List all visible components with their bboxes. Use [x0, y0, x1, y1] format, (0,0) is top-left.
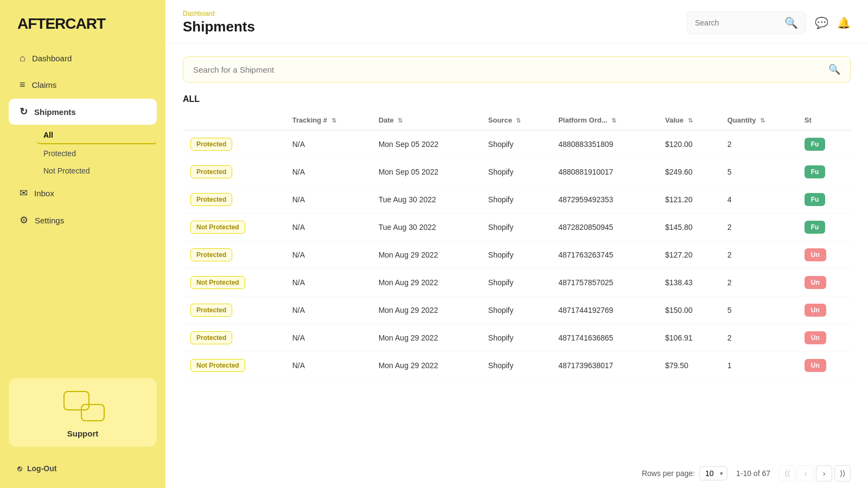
table-row[interactable]: Protected N/A Mon Aug 29 2022 Shopify 48… [183, 297, 851, 324]
table-row[interactable]: Not Protected N/A Mon Aug 29 2022 Shopif… [183, 269, 851, 297]
row-date: Mon Aug 29 2022 [371, 269, 481, 297]
row-status: Un [797, 324, 851, 352]
pagination: Rows per page: 10 25 50 1-10 of 67 ⟨⟨ ‹ … [183, 457, 851, 488]
row-platform-ord: 4871739638017 [551, 352, 658, 380]
sidebar-item-claims[interactable]: ≡ Claims [9, 72, 157, 98]
row-value: $121.20 [658, 186, 720, 214]
row-quantity: 2 [720, 324, 797, 352]
header-search-icon: 🔍 [784, 16, 798, 29]
col-quantity[interactable]: Quantity ⇅ [720, 111, 797, 130]
row-badge: Protected [183, 297, 285, 324]
table-row[interactable]: Protected N/A Mon Sep 05 2022 Shopify 48… [183, 130, 851, 158]
row-value: $120.00 [658, 130, 720, 158]
col-platform-ord[interactable]: Platform Ord... ⇅ [551, 111, 658, 130]
shipments-subnav: All Protected Not Protected [9, 127, 157, 179]
row-status: Fu [797, 130, 851, 158]
sidebar-item-label: Shipments [34, 107, 76, 117]
rows-per-page-label: Rows per page: [642, 469, 695, 478]
shipment-search-icon: 🔍 [828, 63, 840, 75]
logout-icon: ⎋ [17, 464, 22, 473]
rows-per-page: Rows per page: 10 25 50 [642, 466, 727, 480]
row-platform-ord: 4871744192769 [551, 297, 658, 324]
row-status: Un [797, 269, 851, 297]
row-platform-ord: 4872959492353 [551, 186, 658, 214]
row-platform-ord: 4871741636865 [551, 324, 658, 352]
support-label: Support [67, 429, 99, 438]
sidebar: AFTERCART ⌂ Dashboard ≡ Claims ↻ Shipmen… [0, 0, 165, 488]
sidebar-item-label: Settings [35, 216, 64, 225]
row-date: Mon Sep 05 2022 [371, 130, 481, 158]
row-platform-ord: 4872820850945 [551, 214, 658, 241]
sidebar-navigation: ⌂ Dashboard ≡ Claims ↻ Shipments All Pro… [0, 46, 165, 369]
row-status: Fu [797, 158, 851, 186]
header-search-input[interactable] [695, 18, 780, 27]
page-first-button[interactable]: ⟨⟨ [779, 465, 795, 481]
table-row[interactable]: Protected N/A Mon Sep 05 2022 Shopify 48… [183, 158, 851, 186]
table-row[interactable]: Protected N/A Tue Aug 30 2022 Shopify 48… [183, 186, 851, 214]
sidebar-item-settings[interactable]: ⚙ Settings [9, 207, 157, 233]
row-date: Mon Aug 29 2022 [371, 352, 481, 380]
row-platform-ord: 4880883351809 [551, 130, 658, 158]
row-source: Shopify [481, 158, 551, 186]
row-status: Fu [797, 186, 851, 214]
table-row[interactable]: Protected N/A Mon Aug 29 2022 Shopify 48… [183, 241, 851, 269]
row-quantity: 5 [720, 297, 797, 324]
sidebar-item-inbox[interactable]: ✉ Inbox [9, 180, 157, 206]
header-chat-icon[interactable]: 💬 [815, 16, 828, 29]
row-status: Un [797, 241, 851, 269]
row-tracking: N/A [285, 158, 371, 186]
rows-per-page-select[interactable]: 10 25 50 [699, 466, 727, 480]
home-icon: ⌂ [20, 53, 25, 64]
col-status [183, 111, 285, 130]
shipment-search-bar[interactable]: 🔍 [183, 56, 851, 82]
support-widget[interactable]: Support [9, 378, 157, 447]
col-date[interactable]: Date ⇅ [371, 111, 481, 130]
table-row[interactable]: Protected N/A Mon Aug 29 2022 Shopify 48… [183, 324, 851, 352]
sidebar-item-shipments[interactable]: ↻ Shipments [9, 99, 157, 125]
shipments-table-container: Tracking # ⇅ Date ⇅ Source ⇅ Platform Or… [183, 111, 851, 457]
breadcrumb: Dashboard [183, 10, 255, 17]
page-title-area: Dashboard Shipments [183, 10, 255, 35]
row-badge: Protected [183, 324, 285, 352]
row-source: Shopify [481, 352, 551, 380]
row-badge: Not Protected [183, 269, 285, 297]
col-source[interactable]: Source ⇅ [481, 111, 551, 130]
sidebar-item-dashboard[interactable]: ⌂ Dashboard [9, 46, 157, 71]
sidebar-item-label: Claims [32, 80, 57, 89]
page-prev-button[interactable]: ‹ [797, 465, 814, 481]
page-title: Shipments [183, 18, 255, 35]
col-value[interactable]: Value ⇅ [658, 111, 720, 130]
logout-button[interactable]: ⎋ Log-Out [0, 455, 165, 488]
header-search-box[interactable]: 🔍 [687, 11, 806, 34]
main-content: Dashboard Shipments 🔍 💬 🔔 🔍 ALL Trackin [165, 0, 868, 488]
subnav-all[interactable]: All [37, 127, 157, 144]
shipment-search-input[interactable] [193, 65, 823, 74]
subnav-not-protected[interactable]: Not Protected [37, 163, 157, 179]
row-tracking: N/A [285, 241, 371, 269]
col-st[interactable]: St [797, 111, 851, 130]
row-tracking: N/A [285, 297, 371, 324]
row-quantity: 4 [720, 186, 797, 214]
logout-label: Log-Out [27, 464, 56, 473]
row-source: Shopify [481, 186, 551, 214]
subnav-protected[interactable]: Protected [37, 145, 157, 162]
sidebar-item-label: Dashboard [32, 54, 72, 63]
table-row[interactable]: Not Protected N/A Tue Aug 30 2022 Shopif… [183, 214, 851, 241]
row-status: Un [797, 352, 851, 380]
page-last-button[interactable]: ⟩⟩ [834, 465, 851, 481]
sidebar-item-label: Inbox [34, 189, 54, 198]
row-quantity: 1 [720, 352, 797, 380]
row-status: Un [797, 297, 851, 324]
row-source: Shopify [481, 130, 551, 158]
row-tracking: N/A [285, 186, 371, 214]
claims-icon: ≡ [20, 79, 25, 91]
top-header: Dashboard Shipments 🔍 💬 🔔 [165, 0, 868, 43]
support-icon [61, 389, 105, 421]
page-info: 1-10 of 67 [736, 469, 770, 478]
col-tracking[interactable]: Tracking # ⇅ [285, 111, 371, 130]
header-bell-icon[interactable]: 🔔 [837, 16, 851, 29]
page-next-button[interactable]: › [816, 465, 832, 481]
row-value: $138.43 [658, 269, 720, 297]
row-badge: Protected [183, 186, 285, 214]
table-row[interactable]: Not Protected N/A Mon Aug 29 2022 Shopif… [183, 352, 851, 380]
